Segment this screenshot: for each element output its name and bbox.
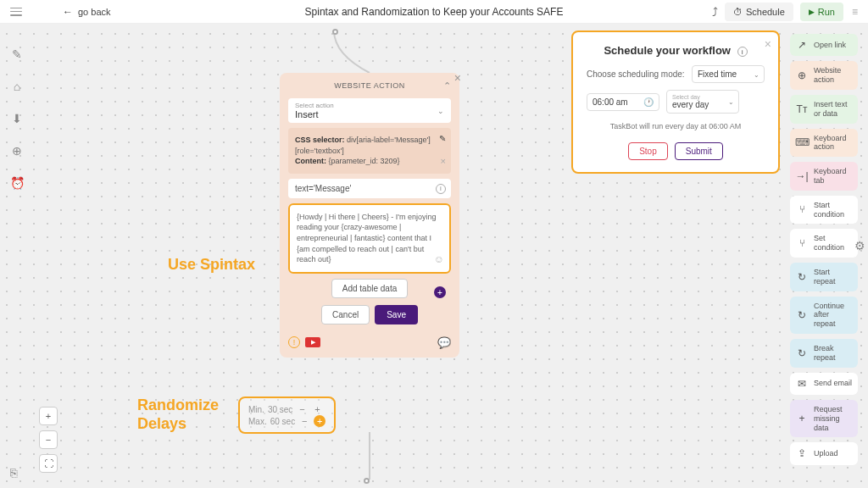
globe-icon: ⊕ bbox=[795, 69, 809, 81]
zoom-in-button[interactable]: + bbox=[39, 407, 58, 425]
zoom-controls: + − ⛶ bbox=[39, 407, 58, 473]
add-table-data-button[interactable]: Add table data bbox=[331, 279, 409, 298]
tool-keyboard-action[interactable]: ⌨Keyboard action bbox=[790, 129, 858, 158]
minus-button[interactable]: − bbox=[298, 415, 310, 427]
youtube-icon[interactable]: ▶ bbox=[305, 337, 320, 347]
chevron-down-icon: ⌄ bbox=[437, 107, 444, 115]
stop-button[interactable]: Stop bbox=[628, 142, 668, 160]
clock-icon: ⏱ bbox=[733, 7, 743, 17]
card-header: WEBSITE ACTION ⌃ bbox=[280, 73, 459, 98]
run-label: Run bbox=[818, 7, 835, 17]
tab-icon: →| bbox=[795, 170, 809, 182]
menu-icon[interactable]: ≡ bbox=[852, 6, 858, 18]
link-icon: ↗ bbox=[795, 39, 809, 51]
info-icon[interactable]: i bbox=[737, 47, 748, 57]
add-button[interactable]: + bbox=[434, 286, 446, 298]
globe-icon[interactable]: ⊕ bbox=[12, 144, 22, 158]
annotation-delays: Randomize Delays bbox=[137, 396, 219, 433]
tool-continue-repeat[interactable]: ↻Continue after repeat bbox=[790, 297, 858, 334]
topbar: ← go back Spintax and Randomization to K… bbox=[0, 0, 868, 24]
page-title: Spintax and Randomization to Keep your A… bbox=[305, 6, 564, 18]
tool-start-condition[interactable]: ⑂Start condition bbox=[790, 196, 858, 225]
arrow-left-icon: ← bbox=[63, 6, 73, 18]
chevron-down-icon: ⌄ bbox=[728, 98, 734, 106]
node-connector-bottom[interactable] bbox=[364, 478, 370, 484]
tool-upload[interactable]: ⇪Upload bbox=[790, 442, 858, 464]
info-icon[interactable]: i bbox=[436, 184, 446, 194]
repeat-icon: ↻ bbox=[795, 271, 809, 283]
download-icon[interactable]: ⬇ bbox=[12, 112, 22, 125]
edit-icon[interactable]: ✎ bbox=[439, 133, 446, 145]
emoji-icon[interactable]: ☺ bbox=[434, 252, 444, 267]
tool-break-repeat[interactable]: ↻Break repeat bbox=[790, 339, 858, 368]
exit-icon[interactable]: ⎘ bbox=[10, 466, 17, 480]
edit-icon[interactable]: ✎ bbox=[12, 47, 22, 61]
chevron-down-icon: ⌄ bbox=[754, 70, 760, 78]
website-action-card: × WEBSITE ACTION ⌃ Select action Insert … bbox=[280, 73, 459, 358]
upload-icon: ⇪ bbox=[795, 447, 809, 459]
left-rail: ✎ ⌂ ⬇ ⊕ ⏰ bbox=[0, 24, 34, 488]
settings-icon[interactable]: ⚙ bbox=[851, 237, 868, 254]
mode-select[interactable]: Fixed time ⌄ bbox=[692, 65, 765, 83]
go-back-label: go back bbox=[78, 7, 111, 17]
schedule-message: TaskBot will run every day at 06:00 AM bbox=[587, 122, 765, 130]
submit-button[interactable]: Submit bbox=[675, 142, 723, 160]
go-back-button[interactable]: ← go back bbox=[63, 6, 111, 18]
schedule-label: Schedule bbox=[746, 7, 785, 17]
node-connector-top[interactable] bbox=[332, 29, 338, 35]
run-button[interactable]: ▶ Run bbox=[800, 3, 843, 21]
plus-button[interactable]: + bbox=[314, 415, 326, 427]
tool-start-repeat[interactable]: ↻Start repeat bbox=[790, 263, 858, 291]
tool-palette: ↗Open link ⊕Website action TтInsert text… bbox=[790, 34, 858, 465]
warning-icon[interactable]: ! bbox=[288, 336, 300, 348]
save-button[interactable]: Save bbox=[375, 305, 418, 324]
play-icon: ▶ bbox=[809, 8, 815, 16]
schedule-title: Schedule your workflow i bbox=[587, 44, 765, 57]
email-icon: ✉ bbox=[795, 378, 809, 390]
tool-send-email[interactable]: ✉Send email bbox=[790, 373, 858, 395]
break-icon: ↻ bbox=[795, 347, 809, 359]
branch-icon: ⑂ bbox=[795, 237, 809, 249]
close-icon[interactable]: × bbox=[441, 155, 446, 168]
hamburger-icon[interactable] bbox=[10, 8, 22, 16]
plus-icon: + bbox=[795, 413, 809, 424]
keyboard-icon: ⌨ bbox=[795, 136, 809, 148]
css-selector-box: ✎ × CSS selector: div[aria-label='Messag… bbox=[288, 128, 451, 174]
clock-icon: 🕐 bbox=[643, 97, 654, 107]
text-icon: Tт bbox=[795, 103, 809, 115]
tool-keyboard-tab[interactable]: →|Keyboard tab bbox=[790, 162, 858, 191]
delay-settings: Min. 30 sec − + Max. 60 sec − + bbox=[238, 396, 336, 434]
tool-set-condition[interactable]: ⑂Set condition bbox=[790, 229, 858, 258]
schedule-button[interactable]: ⏱ Schedule bbox=[725, 3, 793, 21]
select-action-dropdown[interactable]: Select action Insert ⌄ bbox=[288, 98, 451, 123]
cancel-button[interactable]: Cancel bbox=[321, 305, 370, 324]
time-input[interactable]: 06:00 am 🕐 bbox=[587, 93, 659, 111]
alarm-icon[interactable]: ⏰ bbox=[10, 176, 25, 190]
tool-insert-text[interactable]: TтInsert text or data bbox=[790, 95, 858, 124]
day-select[interactable]: Select day every day ⌄ bbox=[666, 90, 739, 114]
tool-request-data[interactable]: +Request missing data bbox=[790, 400, 858, 437]
annotation-spintax: Use Spintax bbox=[168, 256, 255, 274]
spintax-textarea[interactable]: {Howdy | Hi there | Cheers} - I'm enjoyi… bbox=[288, 203, 451, 274]
continue-icon: ↻ bbox=[795, 309, 809, 321]
tool-website-action[interactable]: ⊕Website action bbox=[790, 61, 858, 90]
schedule-panel: × Schedule your workflow i Choose schedu… bbox=[571, 30, 780, 174]
fullscreen-button[interactable]: ⛶ bbox=[39, 454, 58, 473]
chevron-up-icon[interactable]: ⌃ bbox=[443, 80, 452, 92]
share-icon[interactable]: ⤴ bbox=[712, 5, 718, 19]
chat-icon[interactable]: 💬 bbox=[437, 336, 451, 349]
tool-open-link[interactable]: ↗Open link bbox=[790, 34, 858, 56]
close-icon[interactable]: × bbox=[765, 37, 771, 51]
zoom-out-button[interactable]: − bbox=[39, 430, 58, 449]
text-field-row[interactable]: text='Message' i bbox=[288, 179, 451, 198]
branch-icon: ⑂ bbox=[795, 203, 809, 215]
minus-button[interactable]: − bbox=[296, 403, 308, 415]
plus-button[interactable]: + bbox=[311, 403, 323, 415]
home-icon[interactable]: ⌂ bbox=[14, 80, 20, 93]
